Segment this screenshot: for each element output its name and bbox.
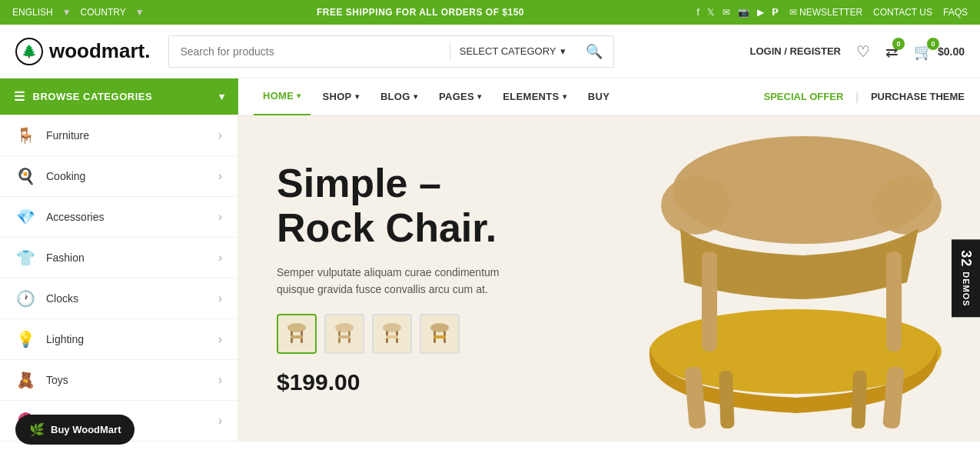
hero-section: Simple –Rock Chair. Semper vulputate ali… <box>238 115 980 442</box>
toys-arrow-icon: › <box>218 373 222 387</box>
clocks-icon: 🕐 <box>15 289 35 308</box>
svg-point-0 <box>287 323 306 332</box>
svg-rect-15 <box>434 335 446 338</box>
wishlist-button[interactable]: ♡ <box>856 42 870 61</box>
category-select-label: SELECT CATEGORY <box>460 45 556 57</box>
nav-item-pages[interactable]: PAGES ▾ <box>430 78 490 115</box>
browse-categories-button[interactable]: ☰ BROWSE CATEGORIES ▾ <box>0 78 238 115</box>
clocks-arrow-icon: › <box>218 292 222 305</box>
nav-item-shop[interactable]: SHOP ▾ <box>314 78 368 115</box>
lang-selector[interactable]: ENGLISH <box>12 7 53 18</box>
handmade-arrow-icon: › <box>218 414 222 428</box>
hero-image <box>534 115 980 442</box>
hamburger-icon: ☰ <box>14 89 25 104</box>
contact-link[interactable]: CONTACT US <box>873 7 932 18</box>
nav-right: SPECIAL OFFER | PURCHASE THEME <box>764 78 981 115</box>
fashion-arrow-icon: › <box>218 251 222 265</box>
svg-point-17 <box>661 176 730 235</box>
youtube-icon[interactable]: ▶ <box>757 7 764 18</box>
variant-2[interactable] <box>324 314 364 354</box>
furniture-icon: 🪑 <box>15 126 35 145</box>
sidebar-item-furniture[interactable]: 🪑 Furniture › <box>0 115 238 156</box>
login-register-link[interactable]: LOGIN / REGISTER <box>749 45 840 57</box>
sidebar: 🪑 Furniture › 🍳 Cooking › 💎 Accessories … <box>0 115 238 442</box>
accessories-arrow-icon: › <box>218 210 222 224</box>
variant-1[interactable] <box>277 314 317 354</box>
browse-categories-label: BROWSE CATEGORIES <box>33 91 153 102</box>
buy-woodmart-label: Buy WoodMart <box>51 424 121 435</box>
cooking-label: Cooking <box>46 170 208 182</box>
chair-svg <box>557 128 957 428</box>
purchase-theme-link[interactable]: PURCHASE THEME <box>871 91 965 102</box>
hero-price: $199.00 <box>277 369 507 395</box>
logo[interactable]: 🌲 woodmart. <box>15 38 150 65</box>
hero-variants <box>277 314 507 354</box>
cooking-icon: 🍳 <box>15 167 35 185</box>
svg-rect-22 <box>719 371 735 428</box>
pinterest-icon[interactable]: 𝗣 <box>772 7 779 18</box>
toys-label: Toys <box>46 374 208 386</box>
hero-content: Simple –Rock Chair. Semper vulputate ali… <box>238 131 546 425</box>
nav-bar: ☰ BROWSE CATEGORIES ▾ HOME ▾ SHOP ▾ BLOG… <box>0 78 980 115</box>
sidebar-item-clocks[interactable]: 🕐 Clocks › <box>0 278 238 319</box>
nav-separator: | <box>855 91 859 103</box>
svg-rect-24 <box>702 252 717 352</box>
logo-text: woodmart. <box>49 39 150 63</box>
clocks-label: Clocks <box>46 292 208 305</box>
sidebar-item-lighting[interactable]: 💡 Lighting › <box>0 319 238 360</box>
furniture-label: Furniture <box>46 129 208 142</box>
nav-item-blog[interactable]: BLOG ▾ <box>371 78 427 115</box>
demos-button[interactable]: 32 DEMOS <box>952 239 980 317</box>
accessories-icon: 💎 <box>15 208 35 226</box>
hero-title: Simple –Rock Chair. <box>277 162 507 249</box>
category-select[interactable]: SELECT CATEGORY ▾ <box>450 45 576 57</box>
nav-arrow-shop: ▾ <box>355 92 359 101</box>
email-icon[interactable]: ✉ <box>723 7 730 18</box>
accessories-label: Accessories <box>46 211 208 223</box>
cart-button[interactable]: 🛒 0 $0.00 <box>914 42 965 61</box>
variant-3[interactable] <box>372 314 412 354</box>
facebook-icon[interactable]: f <box>696 7 699 18</box>
cart-badge: 0 <box>927 38 939 50</box>
buy-woodmart-button[interactable]: 🌿 Buy WoodMart <box>15 415 135 442</box>
faqs-link[interactable]: FAQS <box>943 7 968 18</box>
svg-point-8 <box>383 323 401 332</box>
sidebar-item-fashion[interactable]: 👕 Fashion › <box>0 238 238 278</box>
nav-arrow-home: ▾ <box>297 92 301 100</box>
svg-point-18 <box>872 176 942 235</box>
sidebar-item-toys[interactable]: 🧸 Toys › <box>0 360 238 401</box>
nav-item-elements[interactable]: ELEMENTS ▾ <box>493 78 576 115</box>
top-bar-links: ✉ NEWSLETTER CONTACT US FAQS <box>789 7 968 18</box>
newsletter-link[interactable]: ✉ NEWSLETTER <box>789 7 862 18</box>
search-input[interactable] <box>169 36 449 67</box>
hero-description: Semper vulputate aliquam curae condiment… <box>277 264 507 298</box>
sidebar-item-cooking[interactable]: 🍳 Cooking › <box>0 156 238 197</box>
svg-rect-7 <box>338 335 350 338</box>
svg-point-12 <box>430 323 449 332</box>
sidebar-item-accessories[interactable]: 💎 Accessories › <box>0 197 238 238</box>
header: 🌲 woodmart. SELECT CATEGORY ▾ 🔍 LOGIN / … <box>0 25 980 78</box>
svg-rect-23 <box>851 371 867 428</box>
cart-icon-wrapper: 🛒 0 <box>914 42 933 61</box>
top-bar-right: f 𝕏 ✉ 📷 ▶ 𝗣 ✉ NEWSLETTER CONTACT US FAQS <box>696 7 968 18</box>
svg-rect-11 <box>386 335 398 338</box>
leaf-icon: 🌿 <box>29 422 45 437</box>
chevron-down-icon: ▾ <box>560 45 566 57</box>
nav-arrow-pages: ▾ <box>477 92 481 101</box>
special-offer-link[interactable]: SPECIAL OFFER <box>764 91 844 102</box>
variant-4[interactable] <box>420 314 460 354</box>
country-selector[interactable]: COUNTRY <box>81 7 126 18</box>
svg-rect-3 <box>291 335 303 338</box>
nav-item-buy[interactable]: BUY <box>579 78 619 115</box>
twitter-icon[interactable]: 𝕏 <box>707 7 715 18</box>
demos-label: DEMOS <box>962 272 971 306</box>
compare-badge: 0 <box>892 38 905 50</box>
nav-item-home[interactable]: HOME ▾ <box>254 78 311 115</box>
chevron-down-icon: ▾ <box>219 91 225 102</box>
search-button[interactable]: 🔍 <box>575 43 613 60</box>
cart-total: $0.00 <box>938 45 965 58</box>
instagram-icon[interactable]: 📷 <box>738 7 749 18</box>
compare-button[interactable]: ⇄ 0 <box>885 42 899 61</box>
top-bar: ENGLISH ▼ COUNTRY ▼ FREE SHIPPING FOR AL… <box>0 0 980 25</box>
toys-icon: 🧸 <box>15 371 35 389</box>
